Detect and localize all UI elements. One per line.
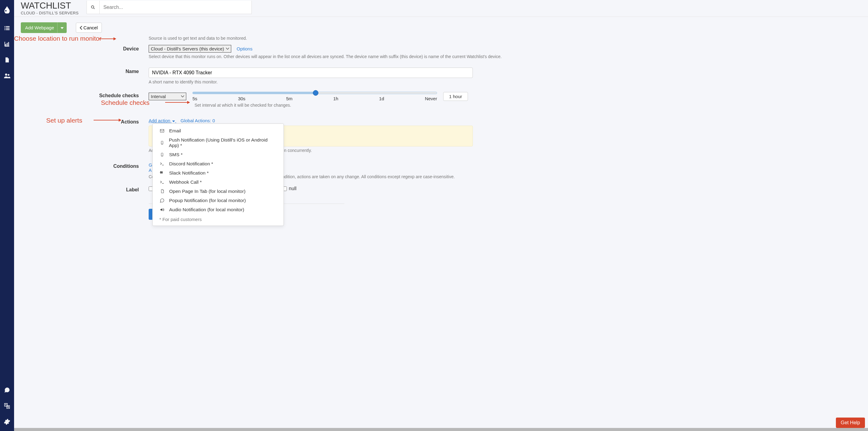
cancel-button[interactable]: Cancel bbox=[76, 23, 102, 33]
name-hint: A short name to identify this monitor. bbox=[149, 79, 861, 85]
svg-rect-1 bbox=[5, 26, 5, 27]
svg-rect-5 bbox=[5, 29, 5, 30]
device-label: Device bbox=[21, 45, 149, 52]
action-option-popup[interactable]: Popup Notification (for local monitor) bbox=[153, 196, 283, 205]
svg-point-10 bbox=[5, 74, 7, 76]
terminal-icon bbox=[159, 180, 165, 185]
page-title: WATCHLIST bbox=[21, 1, 79, 11]
search-icon[interactable] bbox=[87, 1, 100, 14]
file-icon bbox=[159, 189, 165, 194]
svg-point-17 bbox=[162, 143, 162, 144]
schedule-value-display: 1 hour bbox=[443, 92, 468, 101]
puzzle-icon bbox=[159, 171, 165, 175]
label-checkbox-null[interactable]: null bbox=[282, 186, 297, 191]
terminal-icon bbox=[159, 161, 165, 166]
svg-rect-4 bbox=[6, 28, 9, 29]
svg-rect-9 bbox=[8, 42, 9, 46]
bottom-scrollbar[interactable] bbox=[14, 428, 868, 431]
svg-rect-8 bbox=[7, 43, 8, 46]
label-label: Label bbox=[21, 186, 149, 193]
schedule-ticks: 5s 30s 5m 1h 1d Never bbox=[192, 96, 437, 101]
svg-point-11 bbox=[8, 74, 9, 76]
action-option-push[interactable]: Push Notification (Using Distill's iOS o… bbox=[153, 135, 283, 150]
device-hint: Select device that this monitor runs on.… bbox=[149, 54, 861, 60]
users-icon[interactable] bbox=[3, 72, 11, 79]
action-option-discord[interactable]: Discord Notification * bbox=[153, 159, 283, 168]
svg-rect-7 bbox=[5, 44, 6, 46]
svg-rect-15 bbox=[160, 129, 164, 132]
chart-icon[interactable] bbox=[3, 40, 11, 48]
audio-icon bbox=[159, 207, 165, 212]
source-hint: Source is used to get text and data to b… bbox=[149, 35, 861, 41]
actions-label: Actions bbox=[21, 118, 149, 125]
gear-icon[interactable] bbox=[3, 418, 11, 426]
envelope-icon bbox=[159, 128, 165, 133]
svg-rect-6 bbox=[6, 29, 9, 30]
schedule-slider[interactable] bbox=[192, 92, 437, 94]
dropdown-note: * For paid customers bbox=[153, 214, 283, 223]
search-box bbox=[87, 1, 252, 14]
chat-icon[interactable] bbox=[3, 386, 11, 394]
global-actions-link[interactable]: Global Actions: 0 bbox=[181, 118, 215, 123]
schedule-label: Schedule checks bbox=[21, 92, 149, 98]
add-webpage-button[interactable]: Add Webpage bbox=[21, 22, 58, 33]
action-option-webhook[interactable]: Webhook Call * bbox=[153, 177, 283, 187]
document-icon[interactable] bbox=[3, 56, 11, 64]
action-option-sms[interactable]: SMS * bbox=[153, 150, 283, 159]
app-logo-icon[interactable] bbox=[3, 5, 11, 13]
action-option-email[interactable]: Email bbox=[153, 126, 283, 135]
svg-rect-3 bbox=[5, 28, 5, 29]
page-subtitle: CLOUD - DISTILL'S SERVERS bbox=[21, 11, 79, 15]
phone-icon bbox=[159, 153, 165, 157]
conditions-label: Conditions bbox=[21, 162, 149, 169]
get-help-button[interactable]: Get Help bbox=[836, 418, 865, 428]
chevron-down-icon bbox=[226, 48, 229, 49]
toolbar: Add Webpage Cancel bbox=[14, 17, 868, 34]
sidebar bbox=[0, 0, 14, 431]
conditions-global-link[interactable]: G bbox=[149, 162, 152, 167]
schedule-mode-select[interactable]: Interval bbox=[149, 93, 186, 100]
schedule-hint: Set interval at which it will be checked… bbox=[194, 102, 861, 108]
svg-point-14 bbox=[91, 5, 94, 8]
list-icon[interactable] bbox=[3, 25, 11, 32]
svg-point-0 bbox=[5, 10, 7, 11]
add-action-link[interactable]: Add action bbox=[149, 118, 176, 123]
action-option-open-tab[interactable]: Open Page In Tab (for local monitor) bbox=[153, 187, 283, 196]
add-action-dropdown: Email Push Notification (Using Distill's… bbox=[152, 124, 284, 226]
header: WATCHLIST CLOUD - DISTILL'S SERVERS bbox=[14, 0, 868, 17]
schedule-slider-thumb[interactable] bbox=[313, 90, 318, 96]
name-input[interactable] bbox=[149, 68, 473, 78]
svg-point-19 bbox=[162, 155, 162, 156]
phone-icon bbox=[159, 141, 164, 145]
chat-bubble-icon bbox=[159, 198, 165, 203]
action-option-slack[interactable]: Slack Notification * bbox=[153, 168, 283, 177]
conditions-add-link[interactable]: A bbox=[149, 167, 152, 173]
search-input[interactable] bbox=[100, 1, 251, 14]
device-select[interactable]: Cloud - Distill's Servers (this device) bbox=[149, 45, 231, 53]
chevron-down-icon bbox=[181, 95, 184, 97]
annotation-schedule: Schedule checks bbox=[101, 99, 150, 106]
svg-rect-2 bbox=[6, 26, 9, 27]
chevron-left-icon bbox=[80, 26, 82, 30]
device-options-link[interactable]: Options bbox=[237, 46, 253, 52]
add-webpage-dropdown-caret[interactable] bbox=[57, 22, 67, 33]
action-option-audio[interactable]: Audio Notification (for local monitor) bbox=[153, 205, 283, 214]
translate-icon[interactable] bbox=[3, 402, 11, 409]
name-label: Name bbox=[21, 68, 149, 74]
